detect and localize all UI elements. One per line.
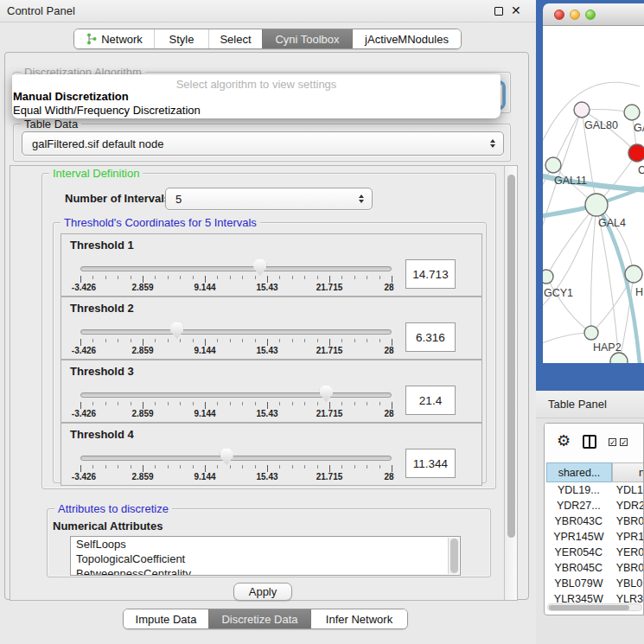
threshold-2-slider[interactable] [80, 329, 392, 335]
table-row[interactable]: YBL079WYBL0 [546, 576, 644, 591]
popup-prompt: Select algorithm to view settings [12, 78, 501, 91]
num-intervals-combo[interactable]: 5 [165, 188, 373, 210]
tick-label: -3.426 [58, 409, 110, 418]
node-label-gal4: GAL4 [598, 217, 626, 229]
column-header-name[interactable]: na [612, 462, 644, 482]
table-row[interactable]: YBR043CYBR0 [546, 513, 644, 529]
threshold-panel-3: Threshold 3 -3.426 2.859 9.144 15.43 21.… [61, 360, 482, 423]
zoom-traffic-light-icon[interactable] [585, 10, 596, 20]
threshold-panel-1: Threshold 1 -3.426 2.859 9.144 15.43 21.… [61, 233, 482, 296]
node-hap2 [584, 326, 598, 340]
column-header-shared[interactable]: shared... [546, 462, 612, 482]
thresholds-group: Threshold's Coordinates for 5 Intervals … [53, 222, 487, 483]
node-label-partial-top: GA [634, 122, 644, 134]
table-rows: YDL19...YDL1 YDR27...YDR2 YBR043CYBR0 YP… [546, 482, 644, 604]
table-row[interactable]: YDL19...YDL1 [546, 482, 644, 498]
node-label-hap2: HAP2 [593, 341, 622, 354]
table-row[interactable]: YBR045CYBR0 [546, 560, 644, 576]
threshold-3-value-field[interactable]: 21.4 [405, 386, 456, 415]
node-gal80 [574, 102, 590, 118]
vertical-scrollbar[interactable] [504, 166, 517, 600]
network-canvas[interactable]: GAL80 GA C GAL11 GAL4 GCY1 H HAP2 [543, 26, 644, 363]
tick-label: 9.144 [179, 346, 231, 355]
node-bottom [610, 353, 628, 363]
thresholds-group-label: Threshold's Coordinates for 5 Intervals [61, 216, 260, 229]
panel-title: Control Panel [7, 4, 75, 17]
tick-label: 15.43 [241, 409, 293, 418]
popup-item-manual-discretization[interactable]: Manual Discretization [13, 90, 129, 103]
tick-label: 2.859 [117, 409, 169, 418]
threshold-4-slider[interactable] [80, 456, 392, 461]
slider-thumb[interactable] [253, 259, 266, 276]
tick-label: 15.43 [241, 472, 293, 481]
list-scrollbar[interactable] [448, 538, 459, 574]
table-row[interactable]: YDR27...YDR2 [546, 498, 644, 513]
horizontal-scrollbar[interactable] [547, 603, 642, 611]
tick-label: 9.144 [179, 283, 231, 292]
tab-select[interactable]: Select [208, 29, 262, 48]
tab-style[interactable]: Style [154, 29, 208, 48]
tab-infer-network[interactable]: Infer Network [310, 609, 407, 628]
tab-impute-data[interactable]: Impute Data [124, 609, 208, 628]
node-red-selected [628, 144, 644, 162]
table-data-label: Table Data [21, 118, 81, 131]
network-graph [543, 26, 644, 363]
bottom-tab-strip: Impute Data Discretize Data Infer Networ… [123, 609, 408, 629]
control-panel-titlebar: Control Panel ✕ [0, 0, 536, 22]
tick-label: 2.859 [117, 283, 169, 292]
node-gcy1 [543, 270, 553, 284]
split-columns-icon[interactable] [583, 435, 596, 449]
threshold-2-value-field[interactable]: 6.316 [405, 322, 456, 352]
checkbox-icon[interactable]: ✓ [620, 438, 628, 446]
interval-definition-label: Interval Definition [49, 167, 143, 180]
scrollbar-thumb[interactable] [507, 175, 515, 538]
tab-network[interactable]: Network [74, 29, 154, 48]
cyni-content-panel: Discretization Algorithm Table Data galF… [4, 52, 529, 600]
threshold-4-value-field[interactable]: 11.344 [405, 449, 456, 478]
network-view-window: GAL80 GA C GAL11 GAL4 GCY1 H HAP2 [536, 0, 644, 391]
threshold-1-value-field[interactable]: 14.713 [405, 259, 456, 289]
table-row[interactable]: YLR345WYLR3 [546, 591, 644, 604]
numerical-attributes-list[interactable]: SelfLoops TopologicalCoefficient Between… [70, 536, 461, 576]
close-traffic-light-icon[interactable] [554, 10, 564, 20]
table-panel-window: ⚙ ✓ ✓ shared... na YDL19...YDL1 YDR27...… [544, 423, 644, 615]
checkbox-icon[interactable]: ✓ [609, 438, 616, 446]
attributes-group-label: Attributes to discretize [54, 502, 172, 515]
tab-cyni-toolbox[interactable]: Cyni Toolbox [262, 29, 352, 48]
tick-label: 15.43 [241, 346, 293, 355]
network-window-titlebar[interactable] [543, 3, 644, 26]
table-toolbar: ⚙ ✓ ✓ [545, 424, 643, 460]
list-item[interactable]: SelfLoops [71, 537, 460, 552]
minimize-traffic-light-icon[interactable] [570, 10, 580, 20]
node-label-gal80: GAL80 [584, 119, 618, 131]
attributes-group: Attributes to discretize Numerical Attri… [47, 508, 491, 577]
popup-item-equal-width-frequency[interactable]: Equal Width/Frequency Discretization [13, 104, 201, 117]
tick-marks [80, 276, 392, 283]
tick-label: -3.426 [58, 472, 110, 481]
settings-scrollpane: Interval Definition Number of Intervals … [10, 165, 518, 601]
table-data-combo[interactable]: galFiltered.sif default node [22, 131, 504, 156]
tick-marks [80, 402, 392, 409]
slider-thumb[interactable] [320, 386, 333, 402]
float-icon[interactable] [494, 7, 503, 16]
threshold-3-slider[interactable] [80, 392, 392, 398]
gear-icon[interactable]: ⚙ [557, 433, 571, 449]
table-row[interactable]: YPR145WYPR1 [546, 529, 644, 545]
tick-label: 15.43 [241, 283, 293, 292]
tab-jactivemnodules[interactable]: jActiveMNodules [352, 29, 461, 48]
close-icon[interactable]: ✕ [511, 3, 521, 17]
list-item[interactable]: TopologicalCoefficient [71, 552, 460, 566]
threshold-1-slider[interactable] [80, 266, 392, 271]
scrollbar-thumb[interactable] [549, 605, 629, 610]
apply-button[interactable]: Apply [233, 583, 292, 601]
numerical-attributes-label: Numerical Attributes [53, 520, 163, 532]
slider-thumb[interactable] [220, 449, 233, 465]
table-data-value: galFiltered.sif default node [22, 137, 163, 150]
node-right [625, 265, 642, 283]
list-item[interactable]: BetweennessCentrality [71, 566, 460, 576]
tab-discretize-data[interactable]: Discretize Data [208, 609, 310, 628]
slider-thumb[interactable] [170, 322, 183, 339]
algorithm-dropdown-popup: Select algorithm to view settings Manual… [12, 74, 501, 118]
table-row[interactable]: YER054CYER0 [546, 545, 644, 560]
combo-stepper-icon [490, 139, 495, 148]
